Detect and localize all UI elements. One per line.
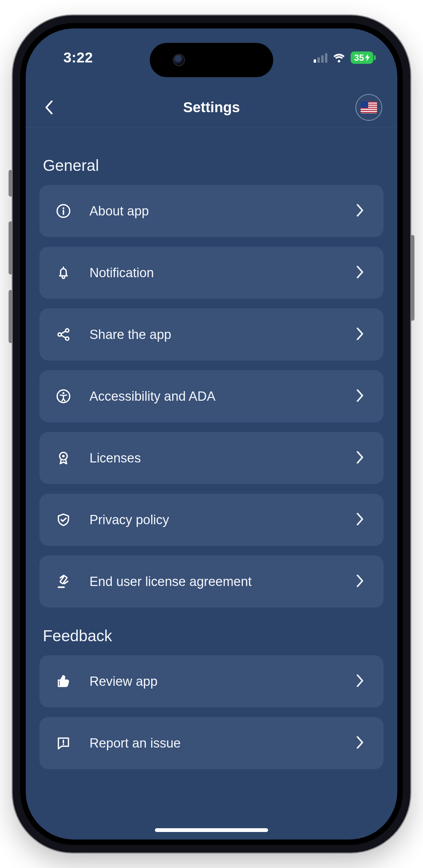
- settings-content: General About app: [26, 129, 397, 840]
- row-report-issue[interactable]: Report an issue: [39, 717, 384, 769]
- row-label: Accessibility and ADA: [72, 389, 356, 404]
- share-icon: [55, 326, 72, 343]
- language-button[interactable]: [355, 94, 382, 121]
- row-label: Report an issue: [72, 736, 356, 751]
- chevron-left-icon: [45, 101, 53, 114]
- row-accessibility[interactable]: Accessibility and ADA: [39, 370, 384, 422]
- svg-point-12: [62, 455, 64, 457]
- svg-point-4: [58, 333, 61, 336]
- svg-point-17: [63, 743, 64, 745]
- phone-frame: 3:22 35: [13, 15, 410, 853]
- row-label: Review app: [72, 674, 356, 689]
- app-header: Settings: [26, 87, 397, 128]
- row-share-app[interactable]: Share the app: [39, 308, 384, 361]
- row-label: About app: [72, 204, 356, 219]
- badge-icon: [55, 449, 72, 467]
- gavel-icon: [55, 573, 72, 590]
- chevron-right-icon: [356, 575, 368, 588]
- chevron-right-icon: [356, 675, 368, 688]
- home-indicator[interactable]: [155, 828, 268, 832]
- thumbs-up-icon: [55, 672, 72, 690]
- back-button[interactable]: [41, 99, 57, 116]
- chevron-right-icon: [356, 266, 368, 280]
- page-title: Settings: [183, 99, 240, 116]
- side-button-volume-up: [9, 221, 13, 274]
- svg-point-6: [65, 337, 69, 340]
- status-time: 3:22: [50, 49, 93, 66]
- cellular-signal-icon: [314, 52, 327, 63]
- chevron-right-icon: [356, 513, 368, 527]
- wifi-icon: [332, 52, 346, 63]
- battery-indicator: 35: [351, 51, 373, 64]
- chevron-right-icon: [356, 389, 368, 403]
- row-label: End user license agreement: [72, 574, 356, 589]
- row-label: Licenses: [72, 451, 356, 466]
- svg-line-7: [61, 331, 65, 333]
- chevron-right-icon: [356, 328, 368, 341]
- section-header-feedback: Feedback: [43, 626, 380, 645]
- info-icon: [55, 202, 72, 220]
- battery-percent: 35: [354, 52, 364, 63]
- chevron-right-icon: [356, 736, 368, 750]
- svg-line-8: [61, 335, 65, 338]
- row-label: Notification: [72, 266, 356, 280]
- row-label: Privacy policy: [72, 513, 356, 527]
- row-review-app[interactable]: Review app: [39, 655, 384, 707]
- shield-check-icon: [55, 511, 72, 529]
- flag-us-icon: [361, 102, 377, 113]
- front-camera-icon: [174, 55, 184, 65]
- svg-point-10: [62, 392, 64, 394]
- svg-point-5: [65, 329, 69, 332]
- side-button-power: [410, 235, 414, 321]
- row-label: Share the app: [72, 327, 356, 342]
- row-licenses[interactable]: Licenses: [39, 432, 384, 484]
- svg-point-2: [62, 207, 64, 209]
- side-button-volume-down: [9, 290, 13, 343]
- screen: 3:22 35: [26, 28, 397, 840]
- section-header-general: General: [43, 156, 380, 175]
- report-issue-icon: [55, 734, 72, 752]
- row-eula[interactable]: End user license agreement: [39, 555, 384, 608]
- row-notification[interactable]: Notification: [39, 247, 384, 299]
- bell-icon: [55, 264, 72, 282]
- side-button-silent: [9, 170, 13, 197]
- chevron-right-icon: [356, 204, 368, 218]
- accessibility-icon: [55, 387, 72, 405]
- row-about-app[interactable]: About app: [39, 185, 384, 237]
- dynamic-island: [150, 43, 273, 77]
- row-privacy-policy[interactable]: Privacy policy: [39, 494, 384, 546]
- charging-bolt-icon: [365, 54, 370, 61]
- chevron-right-icon: [356, 451, 368, 465]
